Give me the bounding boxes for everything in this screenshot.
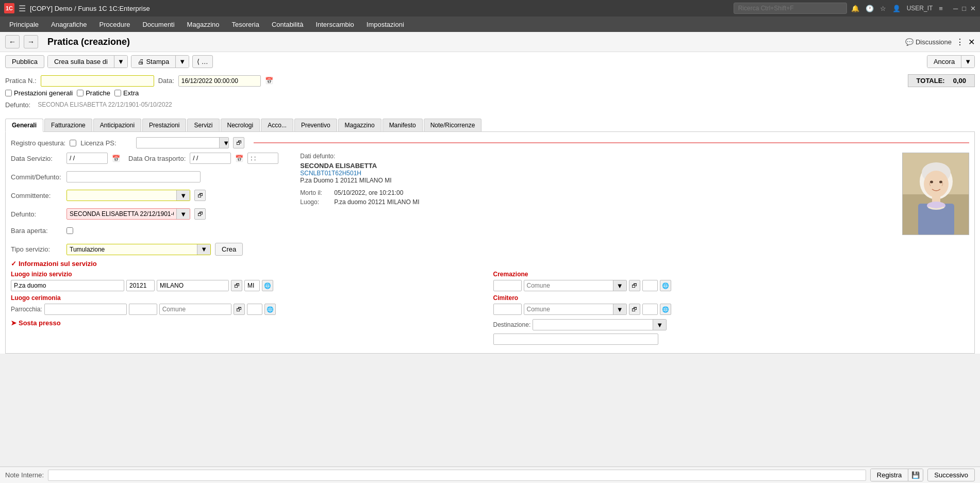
cremazione-comune-btn[interactable]: ▼	[613, 280, 626, 291]
tipo-servizio-input[interactable]	[67, 244, 197, 255]
registra-button[interactable]: Registra	[871, 469, 908, 481]
cerimonia-cap-input[interactable]	[129, 304, 157, 315]
ancora-arrow[interactable]: ▼	[961, 56, 974, 68]
history-icon[interactable]: 🕐	[866, 5, 874, 12]
cremazione-open-btn[interactable]: 🗗	[629, 280, 640, 291]
cremazione-globe-btn[interactable]: 🌐	[660, 280, 671, 291]
cimitero-open-btn[interactable]: 🗗	[629, 304, 640, 315]
registra-arrow[interactable]: 💾	[908, 469, 923, 481]
licenza-ps-open-btn[interactable]: 🗗	[233, 137, 244, 148]
crea-sulla-base-arrow[interactable]: ▼	[114, 56, 127, 68]
luogo-inizio-cap-input[interactable]	[126, 280, 155, 291]
luogo-inizio-globe-btn[interactable]: 🌐	[262, 280, 273, 291]
luogo-inizio-open-btn[interactable]: 🗗	[231, 280, 242, 291]
informazioni-servizio-header[interactable]: ✓ Informazioni sul servizio	[11, 260, 969, 268]
menu-impostazioni[interactable]: Impostazioni	[361, 19, 409, 30]
cremazione-prov-input[interactable]	[642, 280, 658, 291]
cimitero-comune-input[interactable]	[524, 304, 613, 314]
ancora-button[interactable]: Ancora	[927, 56, 961, 68]
tab-generali[interactable]: Generali	[5, 119, 43, 132]
menu-anagrafiche[interactable]: Anagrafiche	[46, 19, 92, 30]
tab-necrologi[interactable]: Necrologi	[221, 119, 260, 131]
note-interne-input[interactable]	[48, 470, 866, 481]
star-icon[interactable]: ☆	[880, 5, 886, 12]
stampa-button[interactable]: 🖨 Stampa	[131, 56, 176, 68]
data-ora-cal-icon[interactable]: 📅	[235, 155, 243, 162]
close-window-icon[interactable]: ✕	[968, 37, 975, 47]
bracket-button[interactable]: ⟨ …	[192, 55, 213, 68]
bara-aperta-checkbox[interactable]	[67, 227, 73, 234]
tab-prestazioni[interactable]: Prestazioni	[142, 119, 186, 131]
settings-icon[interactable]: ≡	[939, 5, 943, 12]
successivo-button[interactable]: Successivo	[927, 469, 975, 481]
menu-principale[interactable]: Principale	[4, 19, 44, 30]
licenza-ps-dropdown-btn[interactable]: ▼	[219, 138, 229, 148]
menu-magazzino[interactable]: Magazzino	[182, 19, 225, 30]
more-options-icon[interactable]: ⋮	[956, 37, 964, 47]
crea-servizio-button[interactable]: Crea	[215, 243, 243, 256]
cimitero-prov-input[interactable]	[642, 304, 658, 315]
pubblica-button[interactable]: Pubblica	[5, 55, 44, 68]
extra-checkbox-label[interactable]: Extra	[114, 89, 139, 97]
tab-note-ricorrenze[interactable]: Note/Ricorrenze	[424, 119, 482, 131]
tab-acco[interactable]: Acco...	[261, 119, 293, 131]
cerimonia-prov-input[interactable]	[247, 304, 262, 315]
back-button[interactable]: ←	[5, 35, 20, 48]
menu-interscambio[interactable]: Interscambio	[310, 19, 359, 30]
data-ora-trasporto-input[interactable]	[190, 153, 231, 164]
defunto-open-btn[interactable]: 🗗	[194, 208, 206, 220]
cimitero-cap-input[interactable]	[493, 304, 522, 315]
pratiche-checkbox-label[interactable]: Pratiche	[77, 89, 110, 97]
cerimonia-globe-btn[interactable]: 🌐	[264, 304, 276, 315]
destinazione-dropdown-btn[interactable]: ▼	[653, 320, 666, 330]
prestazioni-generali-checkbox-label[interactable]: Prestazioni generali	[5, 89, 73, 97]
luogo-inizio-input[interactable]	[11, 280, 124, 291]
user-icon[interactable]: 👤	[892, 5, 901, 12]
data-servizio-input[interactable]	[67, 153, 108, 164]
commit-defunto-input[interactable]	[67, 171, 201, 182]
extra-checkbox[interactable]	[114, 90, 121, 96]
cremazione-comune-input[interactable]	[524, 280, 613, 291]
prestazioni-generali-checkbox[interactable]	[5, 90, 12, 96]
tipo-servizio-dropdown-btn[interactable]: ▼	[197, 244, 210, 255]
data-servizio-cal-icon[interactable]: 📅	[112, 155, 120, 162]
bell-icon[interactable]: 🔔	[851, 5, 859, 12]
menu-tesoreria[interactable]: Tesoreria	[226, 19, 264, 30]
tab-preventivo[interactable]: Preventivo	[294, 119, 337, 131]
tab-fatturazione[interactable]: Fatturazione	[44, 119, 92, 131]
tab-manifesto[interactable]: Manifesto	[383, 119, 423, 131]
crea-sulla-base-button[interactable]: Crea sulla base di	[48, 56, 114, 68]
minimize-icon[interactable]: ─	[953, 5, 958, 12]
committente-dropdown-btn[interactable]: ▼	[176, 190, 190, 201]
time-input[interactable]	[247, 153, 278, 164]
cerimonia-comune-input[interactable]	[160, 304, 231, 314]
data-input[interactable]	[178, 75, 261, 87]
hamburger-icon[interactable]: ☰	[19, 4, 26, 13]
discussion-button[interactable]: 💬 Discussione	[905, 38, 952, 46]
pratica-input[interactable]	[41, 75, 154, 87]
destinazione-input[interactable]	[533, 320, 653, 330]
maximize-icon[interactable]: □	[962, 5, 966, 12]
tab-anticipazioni[interactable]: Anticipazioni	[93, 119, 141, 131]
menu-documenti[interactable]: Documenti	[137, 19, 179, 30]
committente-open-btn[interactable]: 🗗	[194, 190, 206, 201]
parrocchia-input[interactable]	[44, 304, 127, 315]
luogo-inizio-prov-input[interactable]	[244, 280, 260, 291]
stampa-arrow[interactable]: ▼	[176, 56, 189, 68]
calendar-icon[interactable]: 📅	[265, 77, 273, 85]
sosta-presso-row[interactable]: ➤ Sosta presso	[11, 319, 487, 327]
tab-magazzino[interactable]: Magazzino	[338, 119, 381, 131]
menu-contabilita[interactable]: Contabilità	[267, 19, 308, 30]
defunto-dropdown-btn[interactable]: ▼	[176, 209, 190, 219]
search-input[interactable]	[734, 3, 847, 14]
menu-procedure[interactable]: Procedure	[94, 19, 135, 30]
registro-questura-checkbox[interactable]	[70, 140, 76, 146]
tab-servizi[interactable]: Servizi	[187, 119, 219, 131]
cimitero-comune-btn[interactable]: ▼	[613, 304, 626, 314]
defunto-select-input[interactable]	[67, 209, 176, 219]
cremazione-cap-input[interactable]	[493, 280, 522, 291]
destinazione-text-input[interactable]	[493, 334, 658, 345]
pratiche-checkbox[interactable]	[77, 90, 84, 96]
cerimonia-open-btn[interactable]: 🗗	[234, 304, 245, 315]
close-icon[interactable]: ✕	[970, 5, 976, 12]
